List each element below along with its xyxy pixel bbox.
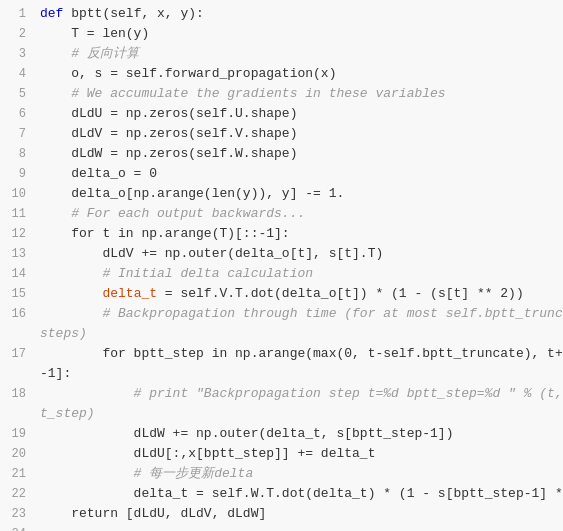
- comment-token: # We accumulate the gradients in these v…: [40, 86, 446, 101]
- line-content: T = len(y): [36, 24, 563, 44]
- comment-token: # print "Backpropagation step t=%d bptt_…: [40, 386, 563, 401]
- table-row: 14 # Initial delta calculation: [0, 264, 563, 284]
- line-content: dLdV = np.zeros(self.V.shape): [36, 124, 563, 144]
- table-row: 20 dLdU[:,x[bptt_step]] += delta_t: [0, 444, 563, 464]
- line-number: 1: [0, 4, 36, 24]
- table-row: 12 for t in np.arange(T)[::-1]:: [0, 224, 563, 244]
- line-number: [0, 364, 36, 384]
- line-content: for t in np.arange(T)[::-1]:: [36, 224, 563, 244]
- line-number: 24: [0, 524, 36, 531]
- table-row: 19 dLdW += np.outer(delta_t, s[bptt_step…: [0, 424, 563, 444]
- line-content: delta_t = self.V.T.dot(delta_o[t]) * (1 …: [36, 284, 563, 304]
- table-row: 3 # 反向计算: [0, 44, 563, 64]
- code-token: bptt: [71, 6, 102, 21]
- line-content: dLdV += np.outer(delta_o[t], s[t].T): [36, 244, 563, 264]
- code-container: 1def bptt(self, x, y):2 T = len(y)3 # 反向…: [0, 0, 563, 531]
- line-number: 3: [0, 44, 36, 64]
- table-row: 23 return [dLdU, dLdV, dLdW]: [0, 504, 563, 524]
- code-token: for bptt_step in np.arange(max(0, t-self…: [40, 346, 563, 361]
- line-number: 7: [0, 124, 36, 144]
- table-row: 24: [0, 524, 563, 531]
- line-number: 21: [0, 464, 36, 484]
- line-content: # print "Backpropagation step t=%d bptt_…: [36, 384, 563, 404]
- comment-token: t_step): [40, 406, 95, 421]
- line-content: delta_o[np.arange(len(y)), y] -= 1.: [36, 184, 563, 204]
- table-row: 10 delta_o[np.arange(len(y)), y] -= 1.: [0, 184, 563, 204]
- code-token: dLdV = np.zeros(self.V.shape): [40, 126, 297, 141]
- comment-token: # 反向计算: [40, 46, 139, 61]
- line-number: 10: [0, 184, 36, 204]
- table-row: 8 dLdW = np.zeros(self.W.shape): [0, 144, 563, 164]
- table-row: -1]:: [0, 364, 563, 384]
- table-row: 16 # Backpropagation through time (for a…: [0, 304, 563, 324]
- code-token: dLdW += np.outer(delta_t, s[bptt_step-1]…: [40, 426, 453, 441]
- line-number: 19: [0, 424, 36, 444]
- line-content: dLdW = np.zeros(self.W.shape): [36, 144, 563, 164]
- comment-token: # Backpropagation through time (for at m…: [40, 306, 563, 321]
- line-number: 4: [0, 64, 36, 84]
- line-content: def bptt(self, x, y):: [36, 4, 563, 24]
- code-token: -1]:: [40, 366, 71, 381]
- line-number: 22: [0, 484, 36, 504]
- variable-token: delta_t: [102, 286, 157, 301]
- table-row: 17 for bptt_step in np.arange(max(0, t-s…: [0, 344, 563, 364]
- line-number: 6: [0, 104, 36, 124]
- line-number: [0, 404, 36, 424]
- line-number: 2: [0, 24, 36, 44]
- line-content: dLdU[:,x[bptt_step]] += delta_t: [36, 444, 563, 464]
- table-row: 11 # For each output backwards...: [0, 204, 563, 224]
- table-row: 1def bptt(self, x, y):: [0, 4, 563, 24]
- line-content: # For each output backwards...: [36, 204, 563, 224]
- table-row: 9 delta_o = 0: [0, 164, 563, 184]
- code-token: (self, x, y):: [102, 6, 203, 21]
- line-content: t_step): [36, 404, 563, 424]
- table-row: 4 o, s = self.forward_propagation(x): [0, 64, 563, 84]
- code-token: delta_o = 0: [40, 166, 157, 181]
- code-token: [40, 286, 102, 301]
- line-number: 17: [0, 344, 36, 364]
- line-number: 5: [0, 84, 36, 104]
- code-token: for t in np.arange(T)[::-1]:: [40, 226, 290, 241]
- table-row: 6 dLdU = np.zeros(self.U.shape): [0, 104, 563, 124]
- line-content: delta_t = self.W.T.dot(delta_t) * (1 - s…: [36, 484, 563, 504]
- code-token: delta_o[np.arange(len(y)), y] -= 1.: [40, 186, 344, 201]
- line-number: 11: [0, 204, 36, 224]
- line-content: for bptt_step in np.arange(max(0, t-self…: [36, 344, 563, 364]
- table-row: 5 # We accumulate the gradients in these…: [0, 84, 563, 104]
- table-row: 13 dLdV += np.outer(delta_o[t], s[t].T): [0, 244, 563, 264]
- table-row: 22 delta_t = self.W.T.dot(delta_t) * (1 …: [0, 484, 563, 504]
- code-token: dLdU = np.zeros(self.U.shape): [40, 106, 297, 121]
- line-content: -1]:: [36, 364, 563, 384]
- code-token: o, s = self.forward_propagation(x): [40, 66, 336, 81]
- line-content: return [dLdU, dLdV, dLdW]: [36, 504, 563, 524]
- line-number: 8: [0, 144, 36, 164]
- line-content: o, s = self.forward_propagation(x): [36, 64, 563, 84]
- line-content: # 每一步更新delta: [36, 464, 563, 484]
- table-row: steps): [0, 324, 563, 344]
- code-token: dLdV += np.outer(delta_o[t], s[t].T): [40, 246, 383, 261]
- line-number: 12: [0, 224, 36, 244]
- line-content: # We accumulate the gradients in these v…: [36, 84, 563, 104]
- comment-token: steps): [40, 326, 87, 341]
- table-row: t_step): [0, 404, 563, 424]
- line-number: 16: [0, 304, 36, 324]
- keyword-token: def: [40, 6, 71, 21]
- line-content: steps): [36, 324, 563, 344]
- comment-token: # Initial delta calculation: [40, 266, 313, 281]
- table-row: 15 delta_t = self.V.T.dot(delta_o[t]) * …: [0, 284, 563, 304]
- line-content: dLdW += np.outer(delta_t, s[bptt_step-1]…: [36, 424, 563, 444]
- line-content: [36, 524, 563, 531]
- line-content: # Initial delta calculation: [36, 264, 563, 284]
- code-token: T = len(y): [40, 26, 149, 41]
- comment-token: # 每一步更新delta: [40, 466, 253, 481]
- line-number: 9: [0, 164, 36, 184]
- table-row: 21 # 每一步更新delta: [0, 464, 563, 484]
- code-token: return [dLdU, dLdV, dLdW]: [40, 506, 266, 521]
- line-number: 13: [0, 244, 36, 264]
- line-content: dLdU = np.zeros(self.U.shape): [36, 104, 563, 124]
- line-number: 18: [0, 384, 36, 404]
- line-number: 23: [0, 504, 36, 524]
- table-row: 7 dLdV = np.zeros(self.V.shape): [0, 124, 563, 144]
- table-row: 2 T = len(y): [0, 24, 563, 44]
- line-number: 15: [0, 284, 36, 304]
